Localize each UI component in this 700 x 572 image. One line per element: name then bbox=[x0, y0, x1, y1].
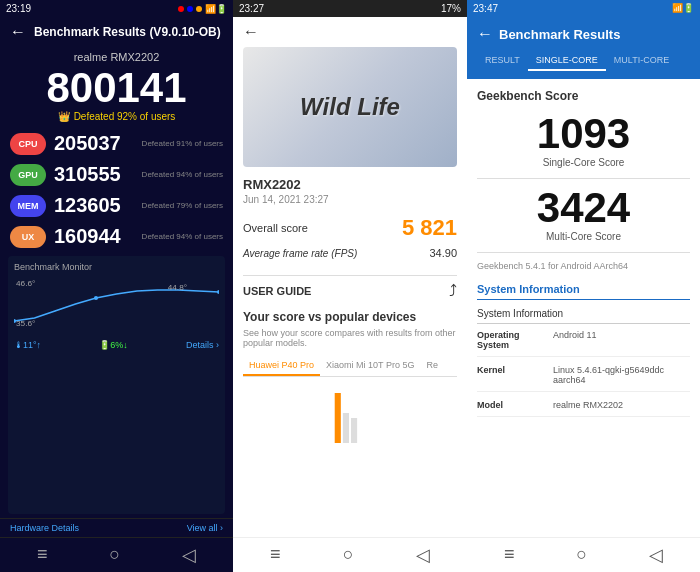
p2-tab-other[interactable]: Re bbox=[420, 356, 444, 376]
p2-status-bar: 23:27 17% bbox=[233, 0, 467, 17]
p3-model-row: Model realme RMX2202 bbox=[477, 400, 690, 417]
p1-status-icons: 📶🔋 bbox=[178, 4, 227, 14]
geekbench-panel: 23:47 📶🔋 ← Benchmark Results RESULT SING… bbox=[467, 0, 700, 572]
p3-multi-score-block: 3424 Multi-Core Score bbox=[477, 187, 690, 242]
p3-os-row: Operating System Android 11 bbox=[477, 330, 690, 357]
ux-defeated: Defeated 94% of users bbox=[142, 232, 223, 241]
p3-back-button[interactable]: ← bbox=[477, 25, 493, 43]
gpu-badge: GPU bbox=[10, 164, 46, 186]
p3-nav: ≡ ○ ◁ bbox=[467, 537, 700, 572]
p2-overall-label: Overall score bbox=[243, 222, 308, 234]
p2-hero-image: Wild Life bbox=[243, 47, 457, 167]
p3-model-key: Model bbox=[477, 400, 547, 410]
p2-content: Wild Life RMX2202 Jun 14, 2021 23:27 Ove… bbox=[233, 47, 467, 537]
p2-compare-title: Your score vs popular devices bbox=[243, 310, 457, 324]
svg-rect-7 bbox=[343, 413, 349, 443]
p3-tab-result[interactable]: RESULT bbox=[477, 51, 528, 71]
p3-single-score-block: 1093 Single-Core Score bbox=[477, 113, 690, 168]
p1-nav-home[interactable]: ○ bbox=[109, 544, 120, 566]
p2-overall-value: 5 821 bbox=[402, 215, 457, 241]
svg-text:44.8°: 44.8° bbox=[168, 283, 187, 292]
p3-nav-menu[interactable]: ≡ bbox=[504, 544, 515, 566]
p3-content: Geekbench Score 1093 Single-Core Score 3… bbox=[467, 79, 700, 537]
p3-kernel-key: Kernel bbox=[477, 365, 547, 385]
cpu-badge: CPU bbox=[10, 133, 46, 155]
p2-comparison-chart bbox=[243, 383, 457, 537]
p3-sys-section: System Information bbox=[477, 308, 690, 324]
view-all-link[interactable]: View all › bbox=[187, 523, 223, 533]
svg-point-1 bbox=[217, 290, 219, 294]
p3-nav-home[interactable]: ○ bbox=[576, 544, 587, 566]
p3-nav-back[interactable]: ◁ bbox=[649, 544, 663, 566]
p2-nav: ≡ ○ ◁ bbox=[233, 537, 467, 572]
p1-back-button[interactable]: ← bbox=[10, 23, 26, 41]
p3-tabs: RESULT SINGLE-CORE MULTI-CORE bbox=[477, 51, 690, 71]
cpu-score-row: CPU 205037 Defeated 91% of users bbox=[0, 128, 233, 159]
p3-single-score: 1093 bbox=[477, 113, 690, 155]
p2-header: ← bbox=[233, 17, 467, 47]
p2-fps-label: Average frame rate (FPS) bbox=[243, 248, 357, 259]
bm-title: Benchmark Monitor bbox=[14, 262, 219, 272]
p2-time: 23:27 bbox=[239, 3, 264, 14]
bm-details-link[interactable]: Details › bbox=[186, 340, 219, 350]
p2-compare-sub: See how your score compares with results… bbox=[243, 328, 457, 348]
p1-title: Benchmark Results (V9.0.10-OB) bbox=[34, 25, 221, 39]
p2-share-icon[interactable]: ⤴ bbox=[449, 282, 457, 300]
defeated-label: Defeated 92% of users bbox=[74, 111, 176, 122]
p3-status-bar: 23:47 📶🔋 bbox=[467, 0, 700, 17]
svg-point-2 bbox=[94, 296, 98, 300]
p2-userguide-text: USER GUIDE bbox=[243, 285, 311, 297]
ux-score-value: 160944 bbox=[54, 225, 134, 248]
p3-status-icons: 📶🔋 bbox=[672, 3, 694, 14]
p3-kernel-value: Linux 5.4.61-qgki-g5649ddc aarch64 bbox=[553, 365, 690, 385]
p2-fps-value: 34.90 bbox=[429, 247, 457, 259]
hw-details-link[interactable]: Hardware Details bbox=[10, 523, 79, 533]
svg-text:35.6°: 35.6° bbox=[16, 319, 35, 328]
gpu-defeated: Defeated 94% of users bbox=[142, 170, 223, 179]
benchmark-monitor: Benchmark Monitor 46.6° 44.8° 35.6° 🌡11°… bbox=[8, 256, 225, 514]
p3-multi-label: Multi-Core Score bbox=[477, 231, 690, 242]
p3-os-key: Operating System bbox=[477, 330, 547, 350]
wild-life-title: Wild Life bbox=[300, 93, 400, 121]
p3-divider2 bbox=[477, 252, 690, 253]
p2-nav-back[interactable]: ◁ bbox=[416, 544, 430, 566]
p2-overall-score-row: Overall score 5 821 bbox=[243, 215, 457, 241]
mem-score-row: MEM 123605 Defeated 79% of users bbox=[0, 190, 233, 221]
p1-time: 23:19 bbox=[6, 3, 31, 14]
p3-single-label: Single-Core Score bbox=[477, 157, 690, 168]
p3-tab-multi-core[interactable]: MULTI-CORE bbox=[606, 51, 677, 71]
p3-kernel-row: Kernel Linux 5.4.61-qgki-g5649ddc aarch6… bbox=[477, 365, 690, 392]
p2-fps-row: Average frame rate (FPS) 34.90 bbox=[243, 247, 457, 259]
p3-header-top: ← Benchmark Results bbox=[477, 25, 690, 43]
p3-geekbench-heading: Geekbench Score bbox=[477, 89, 690, 103]
p1-defeated-text: 👑 Defeated 92% of users bbox=[0, 109, 233, 128]
gpu-score-row: GPU 310555 Defeated 94% of users bbox=[0, 159, 233, 190]
p2-date: Jun 14, 2021 23:27 bbox=[243, 194, 457, 205]
p1-nav-menu[interactable]: ≡ bbox=[37, 544, 48, 566]
p2-tab-xiaomi[interactable]: Xiaomi Mi 10T Pro 5G bbox=[320, 356, 420, 376]
3dmark-panel: 23:27 17% ← Wild Life RMX2202 Jun 14, 20… bbox=[233, 0, 467, 572]
p2-device-name: RMX2202 bbox=[243, 177, 457, 192]
svg-rect-8 bbox=[351, 418, 357, 443]
p3-os-value: Android 11 bbox=[553, 330, 597, 350]
p1-nav: ≡ ○ ◁ bbox=[0, 537, 233, 572]
bm-chart: 46.6° 44.8° 35.6° bbox=[14, 276, 219, 336]
mem-badge: MEM bbox=[10, 195, 46, 217]
p2-battery-pct: 17% bbox=[441, 3, 461, 14]
p2-nav-home[interactable]: ○ bbox=[343, 544, 354, 566]
status-dot-red bbox=[178, 6, 184, 12]
antuttu-panel: 23:19 📶🔋 ← Benchmark Results (V9.0.10-OB… bbox=[0, 0, 233, 572]
p2-tab-huawei[interactable]: Huawei P40 Pro bbox=[243, 356, 320, 376]
p3-version-text: Geekbench 5.4.1 for Android AArch64 bbox=[477, 261, 690, 271]
p2-back-button[interactable]: ← bbox=[243, 23, 259, 41]
ux-badge: UX bbox=[10, 226, 46, 248]
mem-score-value: 123605 bbox=[54, 194, 134, 217]
p3-header: ← Benchmark Results RESULT SINGLE-CORE M… bbox=[467, 17, 700, 79]
p3-title: Benchmark Results bbox=[499, 27, 620, 42]
p3-tab-single-core[interactable]: SINGLE-CORE bbox=[528, 51, 606, 71]
p3-time: 23:47 bbox=[473, 3, 498, 14]
svg-text:46.6°: 46.6° bbox=[16, 279, 35, 288]
p2-nav-menu[interactable]: ≡ bbox=[270, 544, 281, 566]
p1-footer: Hardware Details View all › bbox=[0, 518, 233, 537]
p1-nav-back[interactable]: ◁ bbox=[182, 544, 196, 566]
